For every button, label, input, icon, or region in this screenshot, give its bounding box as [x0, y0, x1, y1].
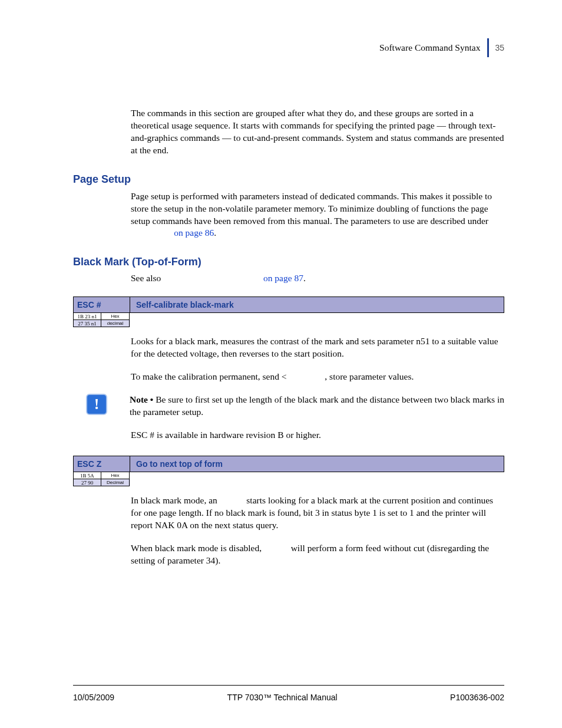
dec-value: 27 90 [73, 479, 101, 486]
cmd2-para1a: In black mark mode, an [131, 495, 220, 505]
see-also-b: . [303, 273, 306, 283]
hex-row: 1B 23 n1 Hex [73, 313, 130, 320]
command-code: ESC # [74, 297, 130, 312]
cmd2-para1: In black mark mode, an ESC Z starts look… [131, 495, 504, 532]
hex-label: Hex [101, 472, 130, 479]
header-divider [487, 38, 489, 57]
command-desc: Self-calibrate black-mark [130, 300, 234, 309]
dec-row: 27 90 Decimal [73, 479, 130, 486]
command-header: ESC Z Go to next top of form [73, 456, 504, 472]
cmd1-para2a: To make the calibration permanent, send … [131, 371, 287, 381]
command-code: ESC Z [74, 456, 130, 472]
note-body: Be sure to first set up the length of th… [130, 394, 504, 417]
hex-value: 1B 5A [73, 472, 101, 479]
footer-right: P1003636-002 [450, 693, 504, 702]
hex-value: 1B 23 n1 [73, 313, 101, 320]
page-number-top: 35 [495, 43, 504, 52]
dec-label: Decimal [101, 479, 130, 486]
intro-paragraph: The commands in this section are grouped… [131, 107, 504, 157]
dec-row: 27 35 n1 decimal [73, 320, 130, 327]
section-black-mark-title: Black Mark (Top-of-Form) [73, 256, 504, 268]
note-label: Note • [130, 394, 156, 404]
cmd2-para2: When black mark mode is disabled, ESC Z … [131, 542, 504, 567]
page-setup-link[interactable]: on page 86 [174, 228, 214, 238]
cmd1-para2: To make the calibration permanent, send … [131, 371, 504, 383]
command-encoding-rows: 1B 23 n1 Hex 27 35 n1 decimal [73, 313, 130, 327]
cmd1-para2c: , store parameter values. [325, 371, 414, 381]
page-setup-text-a: Page setup is performed with parameters … [131, 191, 492, 226]
cmd1-para3: ESC # is available in hardware revision … [131, 429, 504, 442]
see-also: See also Black Mark (Top of Form) on pag… [131, 273, 504, 284]
page-setup-text-b: . [214, 228, 216, 238]
header-title: Software Command Syntax [379, 42, 480, 53]
hex-row: 1B 5A Hex [73, 472, 130, 479]
page-footer: 10/05/2009 TTP 7030™ Technical Manual P1… [73, 685, 504, 702]
page-setup-paragraph: Page setup is performed with parameters … [131, 190, 504, 240]
section-page-setup-title: Page Setup [73, 173, 504, 186]
page-setup-link-invis: Page Setup [131, 228, 174, 238]
hex-label: Hex [101, 313, 130, 320]
command-encoding-rows: 1B 5A Hex 27 90 Decimal [73, 472, 130, 486]
cmd1-para1: Looks for a black mark, measures the con… [131, 335, 504, 360]
info-icon: ! [86, 394, 107, 415]
note-text: Note • Be sure to first set up the lengt… [130, 394, 504, 419]
see-also-link[interactable]: on page 87 [263, 273, 303, 283]
cmd2-para1b-invis: ESC Z [220, 495, 247, 505]
dec-value: 27 35 n1 [73, 320, 101, 327]
cmd2-para2a: When black mark mode is disabled, [131, 543, 264, 553]
footer-date: 10/05/2009 [73, 693, 114, 702]
command-block-esc-hash: ESC # Self-calibrate black-mark 1B 23 n1… [73, 297, 504, 327]
see-also-a: See also [131, 273, 163, 283]
cmd2-para2b-invis: ESC Z [264, 543, 291, 553]
page-header: Software Command Syntax 35 [73, 38, 504, 57]
footer-rule [73, 685, 504, 686]
command-desc: Go to next top of form [130, 459, 223, 469]
note-row: ! Note • Be sure to first set up the len… [73, 394, 504, 419]
command-block-esc-z: ESC Z Go to next top of form 1B 5A Hex 2… [73, 456, 504, 486]
footer-center: TTP 7030™ Technical Manual [227, 693, 338, 702]
cmd1-para2b-invis: ESC & 4> [287, 371, 325, 381]
see-also-invis: Black Mark (Top of Form) [163, 273, 263, 283]
command-header: ESC # Self-calibrate black-mark [73, 297, 504, 313]
dec-label: decimal [101, 320, 130, 327]
